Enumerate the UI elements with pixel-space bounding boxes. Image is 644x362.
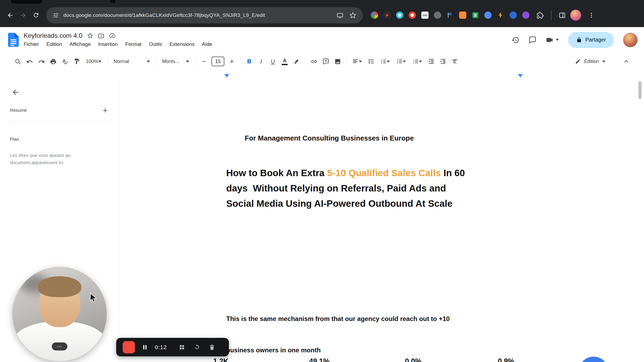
grid-icon [179,344,185,350]
webcam-more-options-button[interactable]: ⋯ [52,342,67,350]
extension-icon-12[interactable] [510,12,517,19]
increase-font-size-button[interactable] [226,56,238,67]
menu-outils[interactable]: Outils [145,41,166,48]
insert-link-button[interactable] [308,56,320,67]
document-canvas[interactable]: For Management Consulting Businesses in … [119,80,644,362]
recording-tools-button[interactable] [178,341,186,353]
toolbar-divider [240,57,241,66]
menu-affichage[interactable]: Affichage [66,41,94,48]
extension-icon-9[interactable] [472,12,479,19]
url-text[interactable]: docs.google.com/document/d/1afkkGaCLKxId… [63,12,333,18]
extension-icon-8[interactable] [459,12,466,19]
redo-button[interactable] [35,56,47,67]
editing-mode-button[interactable]: Édition [571,56,610,67]
spellcheck-button[interactable] [59,56,71,67]
font-size-input[interactable]: 15 [211,57,224,66]
open-comments-button[interactable] [529,36,536,44]
indent-marker-right[interactable] [518,74,523,77]
menu-extensions[interactable]: Extensions [166,41,198,48]
bookmark-star-icon[interactable] [349,12,356,19]
browser-menu-button[interactable] [585,9,598,22]
undo-button[interactable] [24,56,35,67]
browser-reload-button[interactable] [30,9,42,22]
chevron-down-icon [556,39,559,41]
font-select[interactable]: Monts... [159,56,192,67]
undo-icon [26,58,33,65]
add-summary-button[interactable] [100,105,111,116]
browser-profile-avatar[interactable] [570,10,581,21]
join-call-button[interactable] [546,36,559,44]
extension-icon-1[interactable] [371,12,378,19]
menu-edition[interactable]: Édition [43,41,66,48]
extension-icon-10[interactable] [484,12,492,19]
menu-aide[interactable]: Aide [198,41,216,48]
star-document-button[interactable] [87,33,93,39]
collapse-toolbar-button[interactable] [620,56,632,67]
highlight-color-button[interactable] [291,56,302,67]
search-menus-button[interactable] [12,56,24,67]
share-button-label: Partager [585,37,606,43]
move-document-button[interactable] [98,33,104,39]
clear-formatting-button[interactable] [449,56,461,67]
toolbar-divider [107,57,108,66]
align-button[interactable] [349,56,365,67]
version-history-button[interactable] [511,36,519,44]
numbered-list-button[interactable]: 123 [409,56,425,67]
extension-icon-5[interactable] [421,12,429,19]
clear-formatting-icon [452,58,458,65]
extension-icon-13[interactable] [522,12,529,19]
close-outline-button[interactable] [10,86,21,98]
docs-app-icon[interactable] [8,33,19,47]
paragraph-style-select[interactable]: Normal [110,56,153,67]
add-comment-button[interactable] [320,56,332,67]
headline[interactable]: How to Book An Extra 5-10 Qualified Sale… [226,165,543,211]
menu-format[interactable]: Format [122,41,145,48]
scrollbar-thumb[interactable] [638,81,642,99]
document-sync-status[interactable] [109,32,115,39]
kicker-heading[interactable]: For Management Consulting Businesses in … [245,134,414,142]
toolbar-divider [156,57,156,66]
side-panel-button[interactable] [556,9,569,22]
bold-button[interactable]: B [243,56,255,67]
extension-icon-11[interactable] [497,12,504,19]
text-color-button[interactable]: A [279,56,291,67]
paint-format-button[interactable] [71,56,83,67]
extensions-menu-button[interactable] [534,9,547,22]
puzzle-icon [537,12,544,19]
delete-recording-button[interactable] [208,341,216,353]
body-paragraph[interactable]: This is the same mechanism from that our… [226,293,450,362]
bulleted-list-button[interactable] [393,56,409,67]
extension-icon-6[interactable] [434,12,441,19]
extension-icon-3[interactable] [396,12,403,19]
site-settings-icon[interactable] [53,12,59,19]
share-button[interactable]: Partager [568,32,614,48]
stop-recording-button[interactable] [123,341,135,353]
increase-indent-button[interactable] [437,56,449,67]
restart-recording-button[interactable] [193,341,201,353]
menu-insertion[interactable]: Insertion [94,41,122,48]
line-spacing-button[interactable] [365,56,377,67]
checklist-button[interactable] [377,56,393,67]
indent-decrease-icon [428,58,434,65]
underline-button[interactable]: U [267,56,279,67]
browser-forward-button[interactable] [17,9,30,22]
extension-icon-2[interactable] [383,12,391,19]
zoom-select[interactable]: 100% [83,56,105,67]
pause-recording-button[interactable] [140,341,149,353]
browser-back-button[interactable] [4,9,17,22]
menu-fichier[interactable]: Fichier [24,41,43,48]
line-spacing-icon [368,58,374,65]
italic-button[interactable]: I [255,56,267,67]
print-button[interactable] [47,56,59,67]
address-bar[interactable]: docs.google.com/document/d/1afkkGaCLKxId… [46,7,363,23]
account-avatar[interactable] [623,33,638,47]
extension-icon-4[interactable] [409,12,416,19]
indent-marker-left[interactable] [224,74,229,77]
decrease-font-size-button[interactable] [198,56,210,67]
extension-icon-7[interactable] [447,12,454,19]
decrease-indent-button[interactable] [425,56,437,67]
insert-image-button[interactable] [332,56,343,67]
tab-share-icon[interactable] [336,12,343,19]
document-title[interactable]: Keyforleads.com 4.0 [24,32,82,39]
webcam-preview-bubble[interactable]: ⋯ [12,267,107,361]
